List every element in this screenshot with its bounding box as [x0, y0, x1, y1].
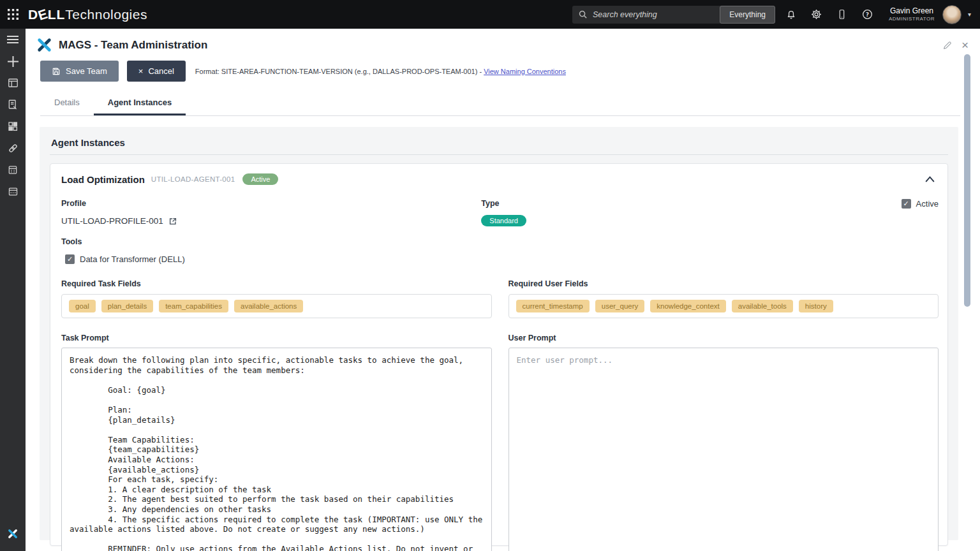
- page-scrollbar[interactable]: [964, 54, 970, 307]
- app-grid-icon[interactable]: [0, 0, 26, 29]
- task-prompt-textarea[interactable]: [61, 348, 492, 551]
- format-text: Format: SITE-AREA-FUNCTION-TEAM-VERSION …: [195, 68, 484, 75]
- type-block: Type Standard: [481, 199, 892, 226]
- add-new-plus-icon[interactable]: [0, 50, 26, 72]
- user-menu-caret-icon[interactable]: ▾: [968, 11, 971, 18]
- search-scope-button[interactable]: Everything: [720, 6, 775, 24]
- svg-text:?: ?: [866, 11, 869, 18]
- user-avatar[interactable]: [942, 5, 961, 24]
- action-toolbar: Save Team × Cancel Format: SITE-AREA-FUN…: [26, 53, 980, 82]
- calculator-icon[interactable]: [0, 159, 26, 180]
- global-search: Everything: [572, 6, 775, 24]
- required-task-fields-label: Required Task Fields: [61, 279, 492, 288]
- required-user-fields-label: Required User Fields: [509, 279, 939, 288]
- task-fields-container: goalplan_detailsteam_capabilitiesavailab…: [61, 294, 492, 318]
- user-prompt-textarea[interactable]: [509, 348, 939, 551]
- active-checkbox-label: Active: [916, 199, 939, 209]
- agent-instance-card: Load Optimization UTIL-LOAD-AGENT-001 Ac…: [50, 163, 948, 546]
- field-chip: knowledge_context: [650, 300, 725, 312]
- external-link-icon[interactable]: [168, 217, 177, 226]
- link-chain-icon[interactable]: [0, 137, 26, 159]
- user-fields-container: current_timestampuser_queryknowledge_con…: [509, 294, 939, 318]
- prompts-row: Task Prompt User Prompt: [61, 334, 939, 551]
- field-chip: goal: [69, 300, 96, 312]
- table-window-icon[interactable]: [0, 180, 26, 202]
- task-prompt-label: Task Prompt: [61, 334, 492, 342]
- tools-block: Tools ✓ Data for Transformer (DELL): [61, 237, 939, 264]
- page-title: MAGS - Team Administration: [59, 39, 207, 52]
- user-prompt-label: User Prompt: [509, 334, 939, 342]
- type-label: Type: [481, 199, 892, 208]
- brand-suffix: Technologies: [65, 7, 147, 22]
- collapse-chevron-up-icon[interactable]: [921, 175, 939, 184]
- required-user-fields-block: Required User Fields current_timestampus…: [509, 279, 939, 318]
- tab-bar: Details Agent Instances: [40, 92, 960, 116]
- naming-format-hint: Format: SITE-AREA-FUNCTION-TEAM-VERSION …: [195, 68, 566, 75]
- agent-meta-row: Profile UTIL-LOAD-PROFILE-001 T: [61, 199, 939, 226]
- field-chip: user_query: [595, 300, 645, 312]
- cancel-x-icon: ×: [138, 67, 144, 75]
- tools-label: Tools: [61, 237, 939, 246]
- required-task-fields-block: Required Task Fields goalplan_detailstea…: [61, 279, 492, 318]
- profile-value: UTIL-LOAD-PROFILE-001: [61, 216, 163, 226]
- save-team-button[interactable]: Save Team: [40, 61, 119, 82]
- settings-gear-icon[interactable]: [807, 5, 826, 24]
- agent-name: Load Optimization: [61, 174, 145, 185]
- tool-checkbox-label: Data for Transformer (DELL): [80, 254, 185, 264]
- search-icon: [578, 10, 588, 19]
- field-chip: history: [799, 300, 833, 312]
- mags-x-logo[interactable]: [0, 523, 26, 545]
- help-icon[interactable]: ?: [858, 5, 877, 24]
- mags-logo-icon: [36, 37, 52, 53]
- agent-code: UTIL-LOAD-AGENT-001: [151, 175, 235, 183]
- side-nav: [0, 29, 26, 551]
- required-fields-row: Required Task Fields goalplan_detailstea…: [61, 279, 939, 318]
- main-content: MAGS - Team Administration × Save Team ×: [26, 29, 980, 551]
- type-badge: Standard: [481, 215, 526, 226]
- field-chip: available_tools: [732, 300, 793, 312]
- top-bar: DELLTechnologies Everything: [0, 0, 980, 29]
- notifications-bell-icon[interactable]: [782, 5, 801, 24]
- field-chip: available_actions: [234, 300, 303, 312]
- user-info[interactable]: Gavin Green ADMINISTRATOR: [889, 7, 935, 22]
- window-panel-icon[interactable]: [0, 72, 26, 94]
- agent-card-header: Load Optimization UTIL-LOAD-AGENT-001 Ac…: [61, 173, 939, 185]
- section-title: Agent Instances: [50, 136, 948, 155]
- view-naming-conventions-link[interactable]: View Naming Conventions: [484, 68, 566, 75]
- dell-technologies-logo: DELLTechnologies: [28, 7, 147, 22]
- tool-checkbox[interactable]: ✓: [65, 254, 75, 264]
- user-name: Gavin Green: [889, 7, 935, 16]
- active-toggle-row: ✓ Active: [902, 199, 939, 209]
- cancel-button[interactable]: × Cancel: [127, 61, 186, 82]
- user-prompt-block: User Prompt: [509, 334, 939, 551]
- agent-instances-section: Agent Instances Load Optimization UTIL-L…: [40, 127, 958, 540]
- tab-details[interactable]: Details: [40, 92, 94, 115]
- edit-pencil-icon[interactable]: [942, 40, 953, 50]
- tab-agent-instances[interactable]: Agent Instances: [94, 92, 186, 115]
- search-input[interactable]: [588, 10, 720, 19]
- field-chip: plan_details: [101, 300, 153, 312]
- topbar-right-cluster: Everything ?: [572, 5, 980, 24]
- close-icon[interactable]: ×: [961, 39, 969, 51]
- active-checkbox[interactable]: ✓: [902, 199, 911, 209]
- task-prompt-block: Task Prompt: [61, 334, 492, 551]
- agent-status-badge: Active: [242, 173, 278, 185]
- page-header: MAGS - Team Administration ×: [26, 29, 980, 53]
- menu-hamburger-icon[interactable]: [0, 29, 26, 50]
- brand-text-ll: LL: [48, 7, 66, 22]
- apps-tiles-icon[interactable]: [0, 115, 26, 137]
- profile-label: Profile: [61, 199, 472, 208]
- field-chip: current_timestamp: [516, 300, 590, 312]
- profile-block: Profile UTIL-LOAD-PROFILE-001: [61, 199, 472, 226]
- field-chip: team_capabilities: [159, 300, 228, 312]
- mobile-device-icon[interactable]: [833, 5, 852, 24]
- user-role: ADMINISTRATOR: [889, 16, 935, 22]
- save-team-label: Save Team: [66, 66, 107, 76]
- save-floppy-icon: [52, 67, 61, 76]
- form-document-icon[interactable]: [0, 94, 26, 115]
- cancel-label: Cancel: [148, 66, 174, 76]
